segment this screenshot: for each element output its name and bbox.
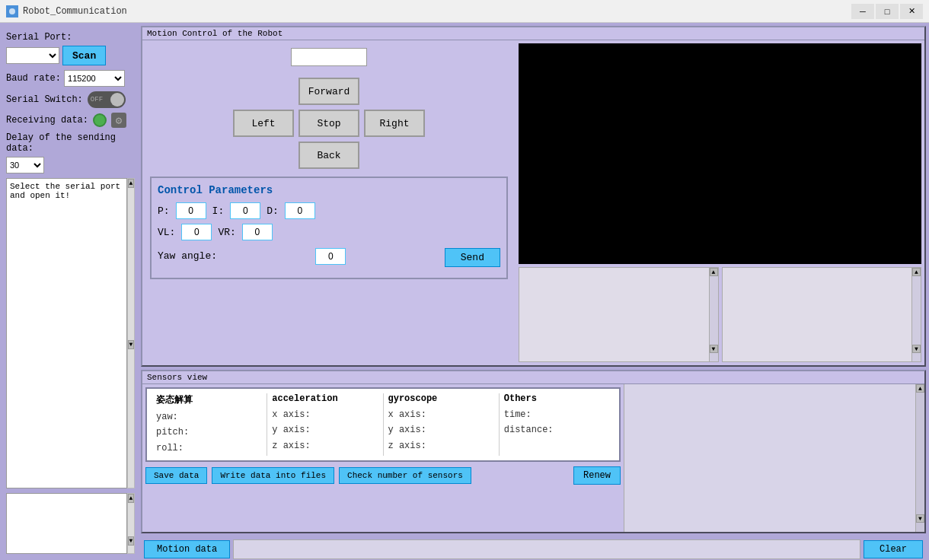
serial-port-select[interactable] [6,47,59,64]
baud-rate-select[interactable]: 115200 [64,70,125,87]
right-button[interactable]: Right [364,110,425,137]
gyro-title: gyroscope [388,393,494,404]
sensor-group-gyro: gyroscope x axis: y axis: z axis: [384,393,500,456]
serial-port-label: Serial Port: [6,32,72,43]
video-feed [519,43,921,264]
serial-switch-toggle[interactable]: OFF [88,91,126,108]
d-label: D: [267,205,279,217]
sensors-title-text: Sensors view [147,373,207,382]
mini-feed-2-scrollbar[interactable]: ▲ ▼ [911,268,921,361]
sensor-group-attitude: 姿态解算 yaw: pitch: roll: [152,393,267,456]
log-area: Select the serial port and open it! [6,178,127,488]
middle-row: Left Stop Right [233,110,425,137]
settings-icon[interactable]: ⚙ [111,113,126,128]
main-content: Serial Port: Scan Baud rate: 115200 Seri… [0,23,929,560]
pid-row: P: I: D: [158,202,500,219]
sensors-data-box: 姿态解算 yaw: pitch: roll: acceleration x ax… [145,387,621,462]
control-section: Forward Left Stop Right Back Control Par… [142,40,516,365]
motion-control-panel: Motion Control of the Robot Forward Left… [141,26,926,367]
close-button[interactable]: ✕ [900,4,923,19]
lower-scroll-up[interactable]: ▲ [128,494,134,503]
pitch-sensor-row: pitch: [156,425,262,440]
scan-button[interactable]: Scan [62,46,106,65]
mini-feed-2-down[interactable]: ▼ [912,345,921,353]
serial-switch-section: Serial Switch: OFF [6,91,135,108]
sensors-right-scrollbar[interactable]: ▲ ▼ [915,384,924,532]
write-files-button[interactable]: Write data into files [212,467,334,484]
mini-feed-1-down[interactable]: ▼ [710,345,718,353]
direction-pad: Forward Left Stop Right Back [150,78,508,169]
sensors-body: 姿态解算 yaw: pitch: roll: acceleration x ax… [142,384,924,532]
scroll-up-arrow[interactable]: ▲ [128,179,134,188]
mini-feed-1-scrollbar[interactable]: ▲ ▼ [709,268,718,361]
lower-feeds: ▲ ▼ ▲ ▼ [519,267,921,362]
mini-feed-1-up[interactable]: ▲ [710,268,718,276]
forward-button[interactable]: Forward [298,78,359,105]
title-bar: Robot_Communication ─ □ ✕ [0,0,929,23]
window-controls: ─ □ ✕ [851,4,923,19]
sensors-right-scroll-up[interactable]: ▲ [916,384,924,393]
distance-row: distance: [504,422,610,438]
toggle-knob [110,93,124,107]
left-panel: Serial Port: Scan Baud rate: 115200 Seri… [0,23,141,560]
vl-input[interactable] [181,224,212,240]
motion-body: Forward Left Stop Right Back Control Par… [142,40,924,365]
lower-scroll-down[interactable]: ▼ [128,536,134,546]
check-sensors-button[interactable]: Check number of sensors [339,467,471,484]
toggle-off-label: OFF [91,96,103,103]
mini-feed-2: ▲ ▼ [722,267,922,362]
others-title: Others [504,393,610,404]
send-button[interactable]: Send [445,248,500,267]
serial-switch-label: Serial Switch: [6,94,83,105]
clear-button[interactable]: Clear [864,540,923,558]
sensors-right-scroll-down[interactable]: ▼ [916,514,924,523]
scroll-down-arrow[interactable]: ▼ [128,340,134,349]
window-title: Robot_Communication [23,6,851,17]
gyro-y-row: y axis: [388,422,494,438]
accel-x-row: x axis: [272,407,378,422]
sensors-panel-title: Sensors view [142,371,924,384]
stop-button[interactable]: Stop [298,110,359,137]
vr-input[interactable] [242,224,273,240]
yaw-row: Yaw angle: Send [158,245,500,267]
save-data-button[interactable]: Save data [145,467,207,484]
baud-rate-section: Baud rate: 115200 [6,70,135,87]
vl-vr-row: VL: VR: [158,224,500,240]
p-input[interactable] [176,202,206,219]
sensors-panel: Sensors view 姿态解算 yaw: pitch: [141,370,926,533]
renew-button[interactable]: Renew [573,466,621,485]
lower-log-container: ▲ ▼ [6,493,135,554]
i-input[interactable] [230,202,260,219]
mini-feed-2-up[interactable]: ▲ [912,268,921,276]
receiving-data-section: Receiving data: ⚙ [6,113,135,128]
left-button[interactable]: Left [233,110,294,137]
p-label: P: [158,205,170,217]
yaw-label: Yaw angle: [158,250,217,262]
motion-data-button[interactable]: Motion data [144,540,230,558]
minimize-button[interactable]: ─ [851,4,874,19]
d-input[interactable] [285,202,315,219]
maximize-button[interactable]: □ [876,4,899,19]
gyro-x-row: x axis: [388,407,494,422]
receiving-indicator [93,113,107,127]
control-params-title: Control Parameters [158,184,500,196]
bottom-bar: Motion data Clear [141,536,926,560]
back-button[interactable]: Back [298,142,359,169]
delay-label: Delay of the sending data: [6,132,116,154]
log-scrollbar[interactable]: ▲ ▼ [127,178,135,488]
control-params-section: Control Parameters P: I: D: VL: [150,177,508,279]
sensor-group-others: Others time: distance: [500,393,615,456]
speed-input[interactable] [291,48,367,66]
lower-log-area [6,493,127,554]
camera-section: ▲ ▼ ▲ ▼ [516,40,924,365]
delay-select[interactable]: 30 [6,157,44,173]
lower-scrollbar[interactable]: ▲ ▼ [127,493,135,554]
delay-section: Delay of the sending data: 30 [6,132,135,173]
delay-row: 30 [6,157,135,173]
yaw-input[interactable] [315,248,346,265]
attitude-title: 姿态解算 [156,393,262,406]
log-text: Select the serial port and open it! [10,182,120,200]
accel-z-row: z axis: [272,438,378,453]
sensors-right-panel: ▲ ▼ [624,384,924,532]
i-label: I: [212,205,225,217]
